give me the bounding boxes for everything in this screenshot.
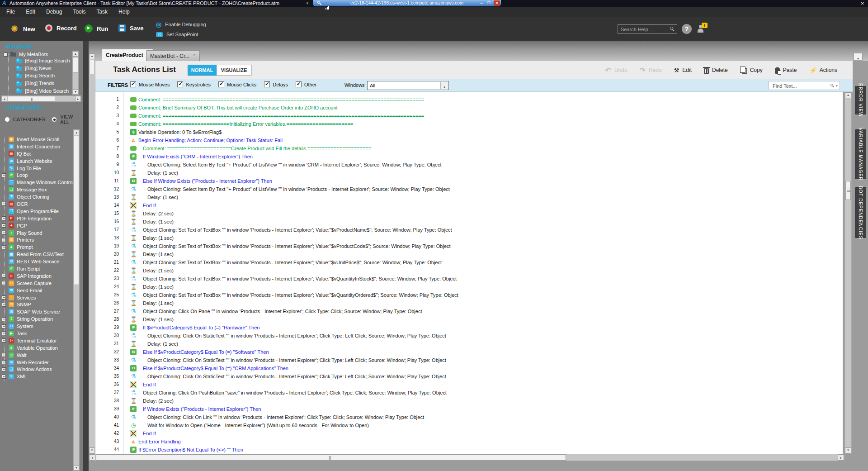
rdp-minimize-button[interactable]: – xyxy=(478,0,485,6)
expand-icon[interactable]: + xyxy=(2,224,6,228)
task-row-26[interactable]: 26Delay: (1 sec) xyxy=(95,299,843,307)
run-button[interactable]: Run xyxy=(85,24,108,33)
task-row-21[interactable]: 21Object Cloning: Set Text of TextBox ""… xyxy=(95,258,843,266)
task-row-1[interactable]: 1Comment: ==============================… xyxy=(95,95,843,104)
command-task[interactable]: +▶Task xyxy=(2,330,74,337)
filter-delays[interactable]: Delays xyxy=(264,81,288,87)
task-row-3[interactable]: 3Comment: ==============================… xyxy=(95,112,843,120)
task-row-14[interactable]: 14End If xyxy=(95,201,843,209)
side-tab-variable-manager[interactable]: VARIABLE MANAGER xyxy=(855,129,866,179)
task-row-8[interactable]: 8If Window Exists ("CRM - Internet Explo… xyxy=(95,152,843,161)
menu-tools[interactable]: Tools xyxy=(67,8,91,16)
task-row-9[interactable]: 9Object Cloning: Select Item By Text "+ … xyxy=(95,161,843,169)
metabot-item-bing-trends[interactable]: [Bing] Trends xyxy=(16,80,70,87)
command-web-recorder[interactable]: +⊛Web Recorder xyxy=(2,359,74,366)
tab-list-dropdown-button[interactable] xyxy=(854,53,863,61)
expand-icon[interactable]: + xyxy=(2,317,6,321)
command-xml[interactable]: +XXML xyxy=(2,373,74,380)
task-row-13[interactable]: 13Delay: (1 sec) xyxy=(95,193,843,201)
view-all-radio[interactable] xyxy=(52,117,57,122)
expand-icon[interactable]: + xyxy=(2,331,6,335)
command-play-sound[interactable]: +♪Play Sound xyxy=(2,229,74,237)
menu-debug[interactable]: Debug xyxy=(41,8,67,16)
expand-icon[interactable]: + xyxy=(2,202,6,206)
expand-icon[interactable]: + xyxy=(2,338,6,343)
metabot-item-bing-image-search[interactable]: [Bing] Image Search xyxy=(16,57,70,65)
expand-icon[interactable]: + xyxy=(2,375,6,379)
task-row-25[interactable]: 25Object Cloning: Set Text of TextBox ""… xyxy=(95,291,843,299)
checkbox-checked-icon[interactable] xyxy=(296,81,302,87)
metabot-item-bing-news[interactable]: [Bing] News xyxy=(16,65,70,72)
actions-button[interactable]: Actions xyxy=(809,67,837,74)
edit-button[interactable]: Edit xyxy=(674,67,692,74)
expand-icon[interactable]: + xyxy=(2,295,6,300)
checkbox-checked-icon[interactable] xyxy=(130,81,136,87)
chevron-down-icon[interactable] xyxy=(440,82,448,89)
window-close-button[interactable]: ✕ xyxy=(861,0,864,7)
task-row-27[interactable]: 27Object Cloning: Click On Pane "" in wi… xyxy=(95,307,843,315)
tree-root-my-metabots[interactable]: - My MetaBots xyxy=(4,52,48,57)
find-search-icon[interactable] xyxy=(830,84,833,86)
categories-radio[interactable] xyxy=(5,117,10,122)
title-dropdown-icon[interactable]: ▼ xyxy=(306,0,309,7)
command-loop[interactable]: +⟳Loop xyxy=(2,171,74,179)
command-snmp[interactable]: +⊡SNMP xyxy=(2,301,74,308)
command-iq-bot[interactable]: +▦IQ Bot xyxy=(2,150,74,157)
record-button[interactable]: Record xyxy=(45,24,77,32)
windows-filter-select[interactable]: All xyxy=(367,81,449,90)
delete-button[interactable]: Delete xyxy=(704,67,728,74)
expand-icon[interactable]: + xyxy=(2,216,6,220)
menu-edit[interactable]: Edit xyxy=(20,8,41,16)
task-row-38[interactable]: 38Delay: (2 sec) xyxy=(95,397,843,405)
task-row-28[interactable]: 28Delay: (1 sec) xyxy=(95,315,843,324)
checkbox-checked-icon[interactable] xyxy=(264,81,270,87)
command-launch-website[interactable]: +⊞Launch Website xyxy=(2,157,74,165)
expand-icon[interactable]: + xyxy=(2,274,6,278)
command-screen-capture[interactable]: +⊙Screen Capture xyxy=(2,280,74,287)
command-internet-connection[interactable]: +◍Internet Connection xyxy=(2,143,74,150)
filter-keystrokes[interactable]: Keystrokes xyxy=(177,81,210,87)
visualize-mode-button[interactable]: VISUALIZE xyxy=(217,65,252,76)
metabot-item-bing-video-search[interactable]: [Bing] Video Search xyxy=(16,87,70,95)
command-window-actions[interactable]: +❏Window Actions xyxy=(2,366,74,373)
task-row-15[interactable]: 15Delay: (2 sec) xyxy=(95,209,843,218)
task-row-40[interactable]: 40Object Cloning: Click On Link "" in wi… xyxy=(95,413,843,421)
command-run-script[interactable]: +✐Run Script xyxy=(2,265,74,272)
new-button[interactable]: New xyxy=(10,24,35,33)
filter-mouse-moves[interactable]: Mouse Moves xyxy=(130,81,170,87)
expand-icon[interactable]: + xyxy=(2,281,6,285)
collapse-icon[interactable]: - xyxy=(4,52,8,57)
command-open-program-file[interactable]: +❐Open Program/File xyxy=(2,208,74,215)
task-row-44[interactable]: 44If $Error Description$ Not Equal To (<… xyxy=(95,446,843,454)
enable-debugging-button[interactable]: Enable Debugging xyxy=(156,21,206,28)
task-row-7[interactable]: 7Comment: ======================Create P… xyxy=(95,144,843,152)
command-printers[interactable]: +⊟Printers xyxy=(2,236,74,243)
set-snappoint-button[interactable]: Set SnapPoint xyxy=(156,32,198,37)
metabot-item-bing-search[interactable]: [Bing] Search xyxy=(16,72,70,80)
task-row-22[interactable]: 22Delay: (1 sec) xyxy=(95,266,843,275)
left-vertical-scrollbar[interactable]: ▲ ▼ xyxy=(89,53,95,454)
command-soap-web-service[interactable]: +⊡SOAP Web Service xyxy=(2,308,74,315)
horizontal-scrollbar[interactable]: ◄ ► xyxy=(89,454,844,461)
tab-masterbot[interactable]: MasterBot - Cr... xyxy=(146,50,200,61)
task-row-5[interactable]: 5Variable Operation: 0 To $vErrorFlag$ xyxy=(95,128,843,136)
user-notification-button[interactable]: ! xyxy=(696,24,705,33)
command-object-cloning[interactable]: +⚗Object Cloning xyxy=(2,193,74,200)
find-text-input[interactable] xyxy=(772,82,826,89)
copy-button[interactable]: Copy xyxy=(740,67,763,74)
command-insert-mouse-scroll[interactable]: +◉Insert Mouse Scroll xyxy=(2,136,74,143)
task-row-35[interactable]: 35Object Cloning: Click On StaticText ""… xyxy=(95,372,843,381)
task-row-42[interactable]: 42End If xyxy=(95,429,843,438)
command-string-operation[interactable]: +↧String Operation xyxy=(2,315,74,323)
expand-icon[interactable]: + xyxy=(2,173,6,177)
expand-icon[interactable]: + xyxy=(2,303,6,307)
expand-icon[interactable]: + xyxy=(2,238,6,242)
metabots-vertical-scrollbar[interactable]: ▲ ▼ xyxy=(72,51,79,95)
task-row-30[interactable]: 30Object Cloning: Click On StaticText ""… xyxy=(95,332,843,340)
task-row-43[interactable]: 43End Error Handling xyxy=(95,438,843,446)
search-icon[interactable] xyxy=(670,27,673,30)
menu-help[interactable]: Help xyxy=(113,8,135,16)
help-button[interactable]: ? xyxy=(682,24,692,34)
command-pdf-integration[interactable]: +PPDF Integration xyxy=(2,215,74,222)
task-row-19[interactable]: 19Object Cloning: Set Text of TextBox ""… xyxy=(95,242,843,250)
